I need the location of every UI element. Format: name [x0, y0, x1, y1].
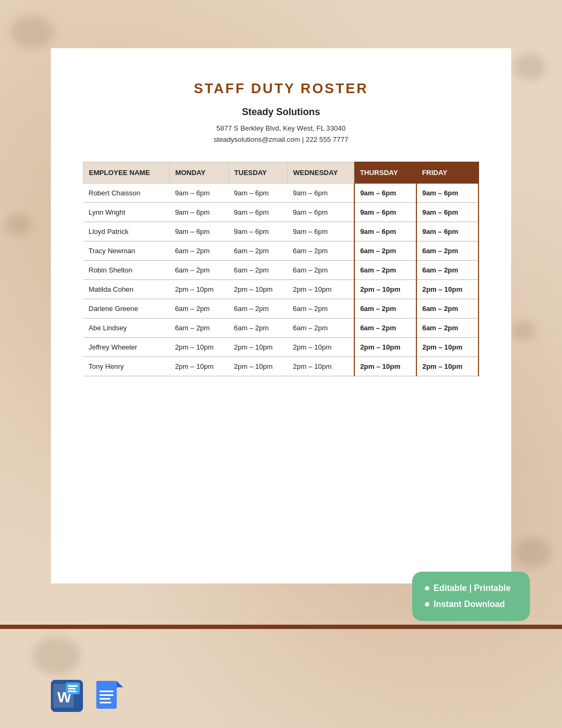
table-cell: 2pm – 10pm	[170, 357, 229, 376]
table-cell: 6am – 2pm	[170, 299, 229, 318]
table-cell: 6am – 2pm	[354, 318, 416, 337]
table-cell: Lloyd Patrick	[83, 222, 170, 241]
col-header-wednesday: WEDNESDAY	[287, 162, 354, 183]
table-cell: 9am – 6pm	[287, 202, 354, 222]
svg-rect-9	[100, 691, 113, 692]
table-cell: 2pm – 10pm	[170, 337, 229, 357]
bullet-icon	[425, 586, 429, 590]
table-cell: 2pm – 10pm	[287, 357, 354, 376]
document-title: STAFF DUTY ROSTER	[83, 80, 479, 97]
address-line1: 5877 S Berkley Blvd, Key West, FL 33040	[216, 124, 345, 132]
marble-decoration	[511, 321, 535, 340]
address-line2: steadysolutions@zmail.com | 222 555 7777	[214, 135, 348, 143]
document-page: STAFF DUTY ROSTER Steady Solutions 5877 …	[51, 48, 511, 583]
features-badge: Editable | Printable Instant Download	[412, 572, 530, 621]
table-cell: Jeffrey Wheeler	[83, 337, 170, 357]
table-cell: 6am – 2pm	[416, 260, 479, 279]
table-cell: 2pm – 10pm	[229, 357, 287, 376]
table-cell: 6am – 2pm	[229, 318, 287, 337]
table-cell: 6am – 2pm	[354, 241, 416, 260]
table-cell: 6am – 2pm	[416, 241, 479, 260]
table-cell: 6am – 2pm	[229, 241, 287, 260]
table-cell: Tracy Newman	[83, 241, 170, 260]
table-row: Tony Henry2pm – 10pm2pm – 10pm2pm – 10pm…	[83, 357, 479, 376]
table-header-row: EMPLOYEE NAME MONDAY TUESDAY WEDNESDAY T…	[83, 162, 479, 183]
table-cell: 6am – 2pm	[287, 318, 354, 337]
svg-marker-8	[117, 681, 123, 687]
table-cell: 9am – 6pm	[416, 202, 479, 222]
table-cell: 9am – 6pm	[354, 183, 416, 202]
google-docs-icon	[94, 680, 123, 712]
table-cell: Darlene Greene	[83, 299, 170, 318]
table-cell: 6am – 2pm	[170, 318, 229, 337]
svg-rect-4	[68, 685, 78, 687]
col-header-tuesday: TUESDAY	[229, 162, 287, 183]
table-cell: 9am – 6pm	[229, 202, 287, 222]
download-label: Instant Download	[434, 600, 505, 609]
table-cell: 2pm – 10pm	[354, 279, 416, 299]
table-cell: 9am – 6pm	[170, 202, 229, 222]
table-cell: 2pm – 10pm	[416, 337, 479, 357]
table-row: Jeffrey Wheeler2pm – 10pm2pm – 10pm2pm –…	[83, 337, 479, 357]
table-cell: 9am – 6pm	[287, 222, 354, 241]
table-row: Matilda Cohen2pm – 10pm2pm – 10pm2pm – 1…	[83, 279, 479, 299]
table-cell: Tony Henry	[83, 357, 170, 376]
table-cell: 6am – 2pm	[416, 318, 479, 337]
marble-decoration	[32, 637, 80, 674]
table-cell: 6am – 2pm	[287, 299, 354, 318]
table-cell: 6am – 2pm	[354, 299, 416, 318]
editable-label: Editable | Printable	[434, 583, 511, 593]
table-cell: 9am – 6pm	[229, 222, 287, 241]
table-row: Darlene Greene6am – 2pm6am – 2pm6am – 2p…	[83, 299, 479, 318]
col-header-thursday: THURSDAY	[354, 162, 416, 183]
table-row: Lynn Wright9am – 6pm9am – 6pm9am – 6pm9a…	[83, 202, 479, 222]
table-cell: Abe Lindsey	[83, 318, 170, 337]
table-row: Robin Shelton6am – 2pm6am – 2pm6am – 2pm…	[83, 260, 479, 279]
table-cell: 6am – 2pm	[170, 241, 229, 260]
marble-decoration	[5, 214, 32, 236]
bullet-icon	[425, 602, 429, 606]
table-cell: Lynn Wright	[83, 202, 170, 222]
badge-item-download: Instant Download	[425, 600, 517, 609]
table-cell: 6am – 2pm	[416, 299, 479, 318]
table-cell: 9am – 6pm	[354, 202, 416, 222]
table-cell: 6am – 2pm	[354, 260, 416, 279]
table-cell: Robert Chaisson	[83, 183, 170, 202]
table-cell: 2pm – 10pm	[354, 357, 416, 376]
col-header-friday: FRIDAY	[416, 162, 479, 183]
marble-decoration	[514, 54, 546, 80]
table-row: Tracy Newman6am – 2pm6am – 2pm6am – 2pm6…	[83, 241, 479, 260]
table-cell: 6am – 2pm	[229, 299, 287, 318]
table-row: Robert Chaisson9am – 6pm9am – 6pm9am – 6…	[83, 183, 479, 202]
word-icon: W	[51, 680, 83, 712]
table-row: Lloyd Patrick9am – 6pm9am – 6pm9am – 6pm…	[83, 222, 479, 241]
svg-rect-6	[68, 691, 77, 692]
table-cell: 2pm – 10pm	[287, 337, 354, 357]
table-cell: 6am – 2pm	[287, 260, 354, 279]
svg-rect-10	[100, 694, 113, 696]
marble-decoration	[514, 538, 551, 567]
company-address: 5877 S Berkley Blvd, Key West, FL 33040 …	[83, 123, 479, 146]
table-cell: 9am – 6pm	[287, 183, 354, 202]
table-cell: 2pm – 10pm	[229, 337, 287, 357]
footer-icons: W	[51, 680, 123, 712]
table-cell: 2pm – 10pm	[354, 337, 416, 357]
svg-rect-5	[68, 688, 75, 689]
marble-decoration	[11, 16, 54, 48]
company-name: Steady Solutions	[83, 107, 479, 118]
col-header-name: EMPLOYEE NAME	[83, 162, 170, 183]
table-cell: 6am – 2pm	[287, 241, 354, 260]
table-cell: 2pm – 10pm	[170, 279, 229, 299]
table-cell: 6am – 2pm	[170, 260, 229, 279]
table-cell: 9am – 6pm	[170, 183, 229, 202]
badge-item-editable: Editable | Printable	[425, 583, 517, 593]
table-cell: Robin Shelton	[83, 260, 170, 279]
table-cell: 9am – 6pm	[354, 222, 416, 241]
table-row: Abe Lindsey6am – 2pm6am – 2pm6am – 2pm6a…	[83, 318, 479, 337]
table-cell: 2pm – 10pm	[287, 279, 354, 299]
table-cell: 9am – 6pm	[416, 222, 479, 241]
table-cell: 2pm – 10pm	[416, 357, 479, 376]
table-cell: 9am – 6pm	[170, 222, 229, 241]
col-header-monday: MONDAY	[170, 162, 229, 183]
table-cell: 9am – 6pm	[416, 183, 479, 202]
